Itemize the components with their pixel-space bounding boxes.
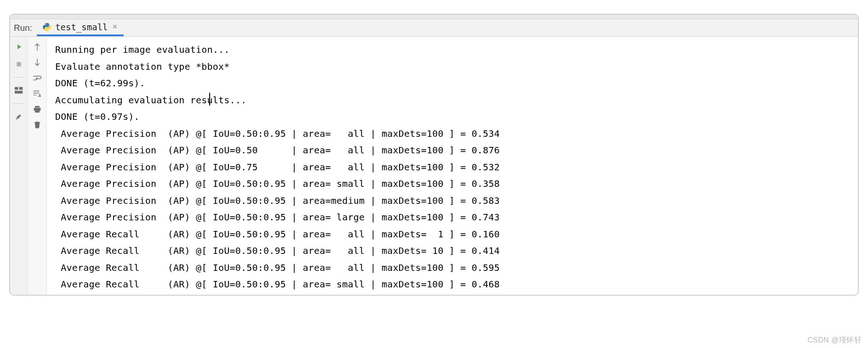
svg-rect-1 <box>15 87 18 90</box>
pin-icon[interactable] <box>13 111 24 122</box>
window-title-bar <box>10 15 858 19</box>
soft-wrap-icon[interactable] <box>32 73 43 84</box>
tab-title: test_small <box>55 22 108 32</box>
separator <box>13 103 24 104</box>
left-gutter-secondary <box>28 37 47 295</box>
text-caret <box>209 93 210 106</box>
console-output[interactable]: Running per image evaluation... Evaluate… <box>47 37 858 295</box>
run-label: Run: <box>10 23 37 33</box>
print-icon[interactable] <box>32 104 43 115</box>
svg-rect-3 <box>15 91 23 94</box>
stop-icon[interactable] <box>13 59 24 70</box>
tab-row: Run: test_small × <box>10 19 858 37</box>
up-arrow-icon[interactable] <box>32 41 43 52</box>
run-tab[interactable]: test_small × <box>37 19 124 36</box>
separator <box>13 77 24 78</box>
svg-rect-0 <box>17 62 21 66</box>
down-arrow-icon[interactable] <box>32 57 43 68</box>
rerun-icon[interactable] <box>13 41 24 52</box>
trash-icon[interactable] <box>32 119 43 130</box>
close-tab-icon[interactable]: × <box>112 22 119 32</box>
scroll-to-end-icon[interactable] <box>32 88 43 99</box>
run-tool-window: Run: test_small × <box>9 14 859 296</box>
svg-rect-2 <box>19 87 23 90</box>
run-body: Running per image evaluation... Evaluate… <box>10 37 858 295</box>
layout-icon[interactable] <box>13 85 24 96</box>
python-file-icon <box>42 22 51 32</box>
left-gutter-primary <box>10 37 28 295</box>
